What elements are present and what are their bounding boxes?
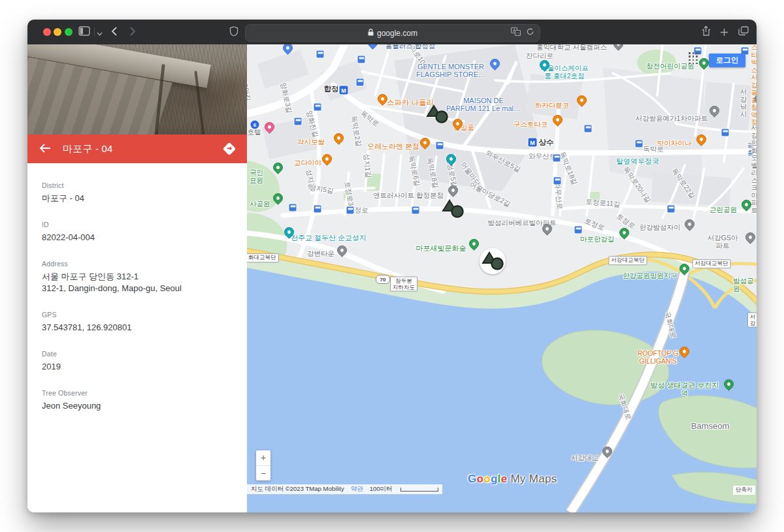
field-value: 마포구 - 04: [42, 193, 247, 204]
tabs-icon[interactable]: [738, 26, 749, 39]
chevron-down-icon[interactable]: [97, 27, 103, 40]
close-icon[interactable]: [43, 28, 51, 36]
field-observer: Tree Observer Jeon Seeyoung: [42, 389, 247, 412]
shield-icon[interactable]: [229, 26, 238, 40]
field-district: District 마포구 - 04: [42, 181, 247, 204]
forward-icon[interactable]: [129, 26, 136, 40]
field-id: ID 82022-04-004: [42, 221, 247, 243]
terms-link[interactable]: 약관: [351, 485, 363, 493]
field-value: 2019: [42, 361, 247, 373]
field-value: 37.543781, 126.920801: [42, 322, 247, 334]
field-label: Date: [42, 350, 247, 358]
svg-text:가: 가: [516, 31, 520, 35]
login-button[interactable]: 로그인: [709, 54, 745, 67]
lock-icon: [368, 29, 374, 38]
keyboard-shortcuts-button[interactable]: 단축키: [733, 486, 755, 495]
map-attribution: 지도 데이터 ©2023 TMap Mobility 약관 100미터: [247, 484, 442, 494]
apps-grid-icon[interactable]: [689, 52, 698, 65]
field-date: Date 2019: [42, 350, 247, 373]
map-area[interactable]: 양화로6안길양화로3길양화진길독막로독막로2길잔다리로10길잔다리로독막로와우산…: [247, 44, 757, 512]
field-label: Tree Observer: [42, 389, 247, 397]
address-bar[interactable]: google.com A가: [245, 24, 540, 42]
details-list: District 마포구 - 04 ID 82022-04-004 Addres…: [27, 163, 247, 412]
scale-bar: [400, 488, 438, 492]
field-value: 312-1, Dangin-dong, Mapo-gu, Seoul: [42, 283, 247, 294]
minimize-icon[interactable]: [54, 28, 61, 36]
field-label: District: [42, 181, 247, 189]
page-title: 마포구 - 04: [63, 143, 113, 155]
share-icon[interactable]: [702, 25, 711, 40]
map-data-credit: 지도 데이터 ©2023 TMap Mobility: [251, 485, 344, 493]
field-label: ID: [42, 221, 247, 228]
field-label: GPS: [42, 311, 247, 319]
field-label: Address: [42, 260, 247, 268]
directions-icon[interactable]: [222, 142, 237, 156]
scale-text: 100미터: [370, 485, 393, 493]
back-arrow-icon[interactable]: [39, 142, 55, 156]
zoom-icon[interactable]: [65, 28, 73, 36]
sidebar-toggle-icon[interactable]: [78, 26, 90, 39]
field-address: Address 서울 마포구 당인동 312-1 312-1, Dangin-d…: [42, 260, 247, 294]
browser-window: google.com A가: [27, 20, 757, 512]
zoom-out-button[interactable]: −: [256, 466, 270, 481]
zoom-in-button[interactable]: +: [256, 450, 270, 466]
field-gps: GPS 37.543781, 126.920801: [42, 311, 247, 334]
info-sidebar: 마포구 - 04 District 마포구 - 04 ID 82022-04-0…: [27, 44, 247, 512]
location-photo[interactable]: [27, 44, 247, 134]
toolbar-divider: [94, 27, 95, 37]
panel-header: 마포구 - 04: [27, 134, 247, 163]
url-text: google.com: [377, 29, 417, 38]
reload-icon[interactable]: [526, 27, 534, 38]
field-value: 82022-04-004: [42, 232, 247, 243]
field-value: 서울 마포구 당인동 312-1: [42, 271, 247, 283]
google-my-maps-logo[interactable]: GoogleMy Maps: [468, 473, 557, 486]
map-canvas[interactable]: [247, 44, 757, 512]
new-tab-icon[interactable]: [720, 27, 728, 40]
map-zoom-control: + −: [256, 450, 270, 480]
browser-titlebar[interactable]: google.com A가: [27, 20, 757, 45]
translate-icon[interactable]: A가: [511, 27, 521, 38]
field-value: Jeon Seeyoung: [42, 400, 247, 412]
back-icon[interactable]: [111, 26, 118, 40]
